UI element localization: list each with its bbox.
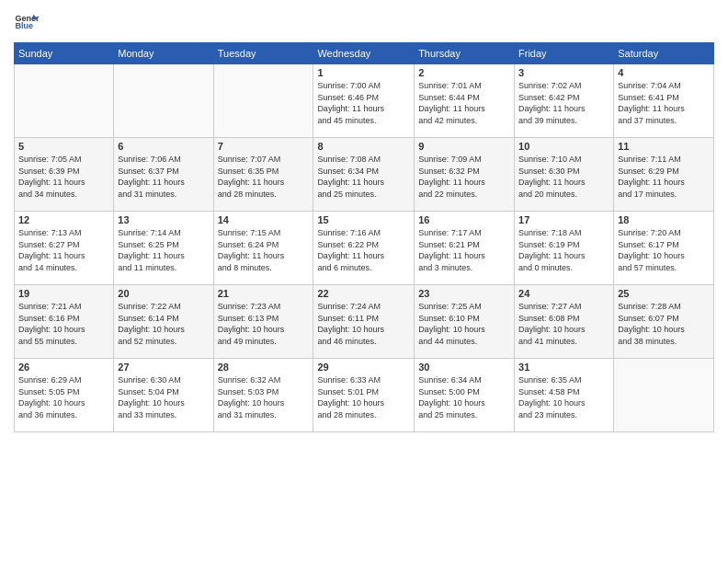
calendar-cell: 2Sunrise: 7:01 AMSunset: 6:44 PMDaylight…	[415, 64, 515, 138]
calendar-cell	[15, 64, 114, 138]
calendar-week-row: 1Sunrise: 7:00 AMSunset: 6:46 PMDaylight…	[15, 64, 714, 138]
day-number: 4	[618, 67, 710, 78]
calendar-week-row: 26Sunrise: 6:29 AMSunset: 5:05 PMDayligh…	[15, 359, 714, 432]
calendar-cell: 7Sunrise: 7:07 AMSunset: 6:35 PMDaylight…	[213, 138, 313, 212]
calendar-cell: 26Sunrise: 6:29 AMSunset: 5:05 PMDayligh…	[15, 359, 114, 432]
calendar-cell: 8Sunrise: 7:08 AMSunset: 6:34 PMDaylight…	[313, 138, 415, 212]
calendar-cell: 1Sunrise: 7:00 AMSunset: 6:46 PMDaylight…	[313, 64, 415, 138]
day-info: Sunrise: 7:06 AMSunset: 6:37 PMDaylight:…	[118, 154, 209, 200]
day-info: Sunrise: 7:22 AMSunset: 6:14 PMDaylight:…	[118, 301, 209, 347]
day-number: 29	[317, 362, 410, 373]
calendar-cell: 22Sunrise: 7:24 AMSunset: 6:11 PMDayligh…	[313, 285, 415, 359]
calendar-cell: 13Sunrise: 7:14 AMSunset: 6:25 PMDayligh…	[114, 212, 213, 285]
day-number: 31	[518, 362, 609, 373]
day-number: 30	[418, 362, 510, 373]
day-info: Sunrise: 7:02 AMSunset: 6:42 PMDaylight:…	[518, 80, 609, 126]
day-info: Sunrise: 7:23 AMSunset: 6:13 PMDaylight:…	[218, 301, 310, 347]
day-info: Sunrise: 7:18 AMSunset: 6:19 PMDaylight:…	[518, 227, 609, 273]
day-info: Sunrise: 6:32 AMSunset: 5:03 PMDaylight:…	[218, 374, 310, 420]
weekday-header-monday: Monday	[114, 43, 213, 64]
day-info: Sunrise: 7:14 AMSunset: 6:25 PMDaylight:…	[118, 227, 209, 273]
calendar-cell: 5Sunrise: 7:05 AMSunset: 6:39 PMDaylight…	[15, 138, 114, 212]
day-number: 20	[118, 288, 209, 299]
day-number: 14	[218, 214, 310, 225]
calendar-cell: 3Sunrise: 7:02 AMSunset: 6:42 PMDaylight…	[515, 64, 614, 138]
day-info: Sunrise: 7:17 AMSunset: 6:21 PMDaylight:…	[418, 227, 510, 273]
weekday-header-wednesday: Wednesday	[313, 43, 415, 64]
day-info: Sunrise: 7:04 AMSunset: 6:41 PMDaylight:…	[618, 80, 710, 126]
day-info: Sunrise: 6:30 AMSunset: 5:04 PMDaylight:…	[118, 374, 209, 420]
calendar-cell	[114, 64, 213, 138]
logo: General Blue	[14, 9, 40, 35]
day-number: 18	[618, 214, 710, 225]
day-info: Sunrise: 6:33 AMSunset: 5:01 PMDaylight:…	[317, 374, 410, 420]
page-header: General Blue	[14, 9, 714, 35]
day-number: 15	[317, 214, 410, 225]
day-number: 26	[18, 362, 109, 373]
calendar-cell: 6Sunrise: 7:06 AMSunset: 6:37 PMDaylight…	[114, 138, 213, 212]
weekday-header-tuesday: Tuesday	[213, 43, 313, 64]
day-number: 6	[118, 141, 209, 152]
calendar-cell: 4Sunrise: 7:04 AMSunset: 6:41 PMDaylight…	[614, 64, 714, 138]
day-info: Sunrise: 7:13 AMSunset: 6:27 PMDaylight:…	[18, 227, 109, 273]
calendar-cell: 17Sunrise: 7:18 AMSunset: 6:19 PMDayligh…	[515, 212, 614, 285]
svg-text:Blue: Blue	[15, 21, 33, 30]
calendar-cell: 27Sunrise: 6:30 AMSunset: 5:04 PMDayligh…	[114, 359, 213, 432]
calendar-cell: 25Sunrise: 7:28 AMSunset: 6:07 PMDayligh…	[614, 285, 714, 359]
day-info: Sunrise: 7:08 AMSunset: 6:34 PMDaylight:…	[317, 154, 410, 200]
day-number: 2	[418, 67, 510, 78]
day-number: 13	[118, 214, 209, 225]
day-number: 21	[218, 288, 310, 299]
day-info: Sunrise: 7:00 AMSunset: 6:46 PMDaylight:…	[317, 80, 410, 126]
calendar-cell	[213, 64, 313, 138]
calendar-cell: 14Sunrise: 7:15 AMSunset: 6:24 PMDayligh…	[213, 212, 313, 285]
day-number: 22	[317, 288, 410, 299]
calendar-table: SundayMondayTuesdayWednesdayThursdayFrid…	[14, 42, 714, 432]
day-number: 28	[218, 362, 310, 373]
day-info: Sunrise: 7:11 AMSunset: 6:29 PMDaylight:…	[618, 154, 710, 200]
weekday-header-thursday: Thursday	[415, 43, 515, 64]
calendar-cell: 11Sunrise: 7:11 AMSunset: 6:29 PMDayligh…	[614, 138, 714, 212]
calendar-week-row: 5Sunrise: 7:05 AMSunset: 6:39 PMDaylight…	[15, 138, 714, 212]
logo-icon: General Blue	[14, 9, 40, 35]
calendar-header-row: SundayMondayTuesdayWednesdayThursdayFrid…	[15, 43, 714, 64]
day-number: 27	[118, 362, 209, 373]
calendar-cell: 29Sunrise: 6:33 AMSunset: 5:01 PMDayligh…	[313, 359, 415, 432]
calendar-cell: 9Sunrise: 7:09 AMSunset: 6:32 PMDaylight…	[415, 138, 515, 212]
day-number: 5	[18, 141, 109, 152]
day-info: Sunrise: 7:24 AMSunset: 6:11 PMDaylight:…	[317, 301, 410, 347]
day-number: 7	[218, 141, 310, 152]
calendar-week-row: 19Sunrise: 7:21 AMSunset: 6:16 PMDayligh…	[15, 285, 714, 359]
day-info: Sunrise: 6:35 AMSunset: 4:58 PMDaylight:…	[518, 374, 609, 420]
day-info: Sunrise: 6:29 AMSunset: 5:05 PMDaylight:…	[18, 374, 109, 420]
calendar-cell: 15Sunrise: 7:16 AMSunset: 6:22 PMDayligh…	[313, 212, 415, 285]
day-info: Sunrise: 7:01 AMSunset: 6:44 PMDaylight:…	[418, 80, 510, 126]
day-number: 3	[518, 67, 609, 78]
day-info: Sunrise: 7:05 AMSunset: 6:39 PMDaylight:…	[18, 154, 109, 200]
weekday-header-friday: Friday	[515, 43, 614, 64]
calendar-cell: 28Sunrise: 6:32 AMSunset: 5:03 PMDayligh…	[213, 359, 313, 432]
day-info: Sunrise: 7:07 AMSunset: 6:35 PMDaylight:…	[218, 154, 310, 200]
day-number: 11	[618, 141, 710, 152]
calendar-cell: 16Sunrise: 7:17 AMSunset: 6:21 PMDayligh…	[415, 212, 515, 285]
day-number: 8	[317, 141, 410, 152]
day-info: Sunrise: 7:20 AMSunset: 6:17 PMDaylight:…	[618, 227, 710, 273]
weekday-header-sunday: Sunday	[15, 43, 114, 64]
calendar-cell: 10Sunrise: 7:10 AMSunset: 6:30 PMDayligh…	[515, 138, 614, 212]
day-number: 10	[518, 141, 609, 152]
calendar-cell: 30Sunrise: 6:34 AMSunset: 5:00 PMDayligh…	[415, 359, 515, 432]
weekday-header-saturday: Saturday	[614, 43, 714, 64]
day-number: 17	[518, 214, 609, 225]
day-number: 12	[18, 214, 109, 225]
day-info: Sunrise: 7:21 AMSunset: 6:16 PMDaylight:…	[18, 301, 109, 347]
calendar-cell: 23Sunrise: 7:25 AMSunset: 6:10 PMDayligh…	[415, 285, 515, 359]
calendar-cell: 19Sunrise: 7:21 AMSunset: 6:16 PMDayligh…	[15, 285, 114, 359]
day-number: 1	[317, 67, 410, 78]
day-info: Sunrise: 7:16 AMSunset: 6:22 PMDaylight:…	[317, 227, 410, 273]
day-number: 19	[18, 288, 109, 299]
calendar-cell: 12Sunrise: 7:13 AMSunset: 6:27 PMDayligh…	[15, 212, 114, 285]
calendar-cell: 24Sunrise: 7:27 AMSunset: 6:08 PMDayligh…	[515, 285, 614, 359]
day-number: 23	[418, 288, 510, 299]
day-info: Sunrise: 6:34 AMSunset: 5:00 PMDaylight:…	[418, 374, 510, 420]
day-info: Sunrise: 7:09 AMSunset: 6:32 PMDaylight:…	[418, 154, 510, 200]
